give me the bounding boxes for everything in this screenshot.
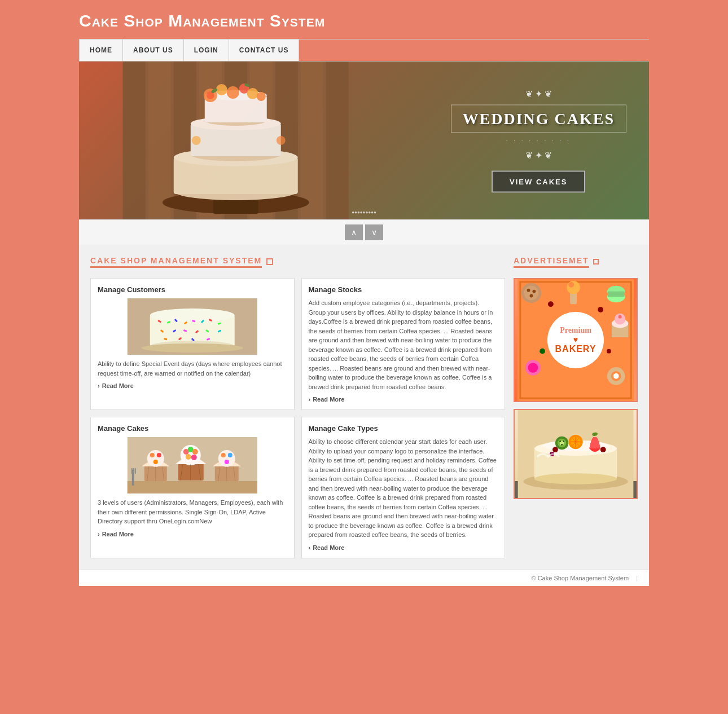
- navigation: HOME ABOUT US LOGIN CONTACT US: [0, 39, 728, 61]
- svg-rect-96: [608, 292, 624, 297]
- hero-text-area: ❦ ✦ ❦ WEDDING CAKES · · · · · · · · · ❦ …: [451, 89, 626, 193]
- card-manage-stocks: Manage Stocks Add custom employee catego…: [301, 278, 506, 410]
- svg-point-107: [567, 281, 580, 294]
- svg-point-100: [619, 315, 622, 319]
- svg-point-54: [142, 343, 243, 352]
- svg-point-124: [561, 444, 563, 446]
- title-decoration: [266, 258, 273, 265]
- view-cakes-button[interactable]: VIEW CAKES: [492, 171, 585, 193]
- svg-point-76: [221, 453, 226, 457]
- card-desc-cakes: 3 levels of users (Administrators, Manag…: [98, 498, 287, 526]
- advertisement-title: ADVERTISEMET: [514, 256, 589, 268]
- read-more-stocks[interactable]: › Read More: [309, 396, 498, 403]
- svg-point-69: [186, 454, 191, 460]
- svg-rect-8: [301, 61, 323, 219]
- card-desc-types: Ability to choose different calendar yea…: [309, 437, 498, 540]
- svg-point-93: [530, 294, 533, 298]
- premium-bakery-bg: Premium ♥ BAKERY: [515, 279, 637, 401]
- card-image-customers: [98, 298, 287, 355]
- svg-point-70: [191, 455, 197, 460]
- svg-point-57: [147, 450, 164, 467]
- nav-inner: HOME ABOUT US LOGIN CONTACT US: [79, 39, 649, 61]
- svg-point-30: [192, 136, 201, 145]
- svg-point-68: [192, 449, 198, 455]
- svg-rect-2: [148, 61, 171, 219]
- svg-rect-84: [131, 468, 133, 474]
- svg-point-99: [615, 314, 626, 325]
- carousel-controls: ∧ ∨: [79, 219, 649, 245]
- svg-point-24: [227, 86, 239, 99]
- svg-point-78: [225, 460, 229, 464]
- read-more-types[interactable]: › Read More: [309, 544, 498, 551]
- svg-point-133: [600, 447, 606, 452]
- svg-point-75: [218, 450, 235, 467]
- heart-icon: ♥: [573, 335, 578, 344]
- ad-title-decoration: [593, 259, 599, 265]
- svg-point-132: [552, 447, 558, 452]
- right-column: ADVERTISEMET: [514, 256, 638, 558]
- hero-cake-svg: [79, 61, 393, 219]
- hero-banner: ❦ ✦ ❦ WEDDING CAKES · · · · · · · · · ❦ …: [79, 61, 649, 219]
- svg-point-90: [524, 286, 539, 301]
- header: Cake Shop Management System: [0, 0, 728, 39]
- svg-point-59: [157, 453, 161, 457]
- svg-point-58: [150, 453, 155, 457]
- footer: © Cake Shop Management System |: [79, 570, 649, 586]
- read-more-customers[interactable]: › Read More: [98, 382, 287, 389]
- card-title-stocks: Manage Stocks: [309, 285, 498, 294]
- card-title-customers: Manage Customers: [98, 285, 287, 294]
- read-more-cakes[interactable]: › Read More: [98, 531, 287, 537]
- svg-point-122: [559, 440, 561, 442]
- svg-point-34: [150, 308, 235, 322]
- svg-point-109: [548, 301, 554, 307]
- carousel-next-button[interactable]: ∨: [365, 224, 383, 240]
- svg-point-112: [607, 349, 611, 354]
- chevron-right-icon-types: ›: [309, 544, 311, 551]
- copyright-text: © Cake Shop Management System: [531, 575, 629, 581]
- left-column: CAKE SHOP MANAGEMENT SYSTEM Manage Custo…: [90, 256, 505, 558]
- svg-point-26: [247, 88, 258, 99]
- svg-rect-82: [128, 481, 257, 493]
- svg-rect-9: [326, 61, 349, 219]
- premium-bakery-circle: Premium ♥ BAKERY: [547, 312, 604, 368]
- chevron-right-icon: ›: [98, 382, 100, 389]
- svg-point-60: [154, 460, 158, 464]
- svg-rect-85: [133, 468, 134, 474]
- nav-contact[interactable]: CONTACT US: [229, 39, 300, 61]
- svg-point-111: [540, 349, 545, 354]
- main-section-title: CAKE SHOP MANAGEMENT SYSTEM: [90, 256, 262, 268]
- svg-rect-1: [123, 61, 146, 219]
- card-title-types: Manage Cake Types: [309, 424, 498, 433]
- svg-point-27: [257, 92, 266, 101]
- svg-point-117: [534, 473, 617, 484]
- svg-point-92: [532, 290, 536, 293]
- svg-point-108: [568, 282, 574, 288]
- cards-grid: Manage Customers: [90, 278, 505, 558]
- carousel-dots: ●●●●●●●●●: [352, 210, 376, 215]
- card-image-cakes: [98, 437, 287, 493]
- card-manage-cakes: Manage Cakes: [90, 417, 295, 558]
- svg-rect-86: [135, 468, 136, 474]
- svg-point-23: [216, 84, 227, 95]
- svg-point-31: [277, 136, 286, 145]
- svg-point-77: [228, 453, 233, 457]
- nav-about[interactable]: ABOUT US: [123, 39, 184, 61]
- premium-label: Premium: [560, 326, 591, 335]
- card-desc-customers: Ability to define Special Event days (da…: [98, 359, 287, 378]
- nav-home[interactable]: HOME: [79, 39, 123, 61]
- footer-divider: |: [636, 575, 638, 581]
- nav-login[interactable]: LOGIN: [184, 39, 229, 61]
- svg-point-105: [613, 373, 619, 379]
- content-section: CAKE SHOP MANAGEMENT SYSTEM Manage Custo…: [79, 245, 649, 570]
- card-title-cakes: Manage Cakes: [98, 424, 287, 433]
- svg-point-102: [528, 363, 538, 373]
- hero-title: WEDDING CAKES: [463, 110, 615, 127]
- card-desc-stocks: Add custom employee categories (i.e., de…: [309, 298, 498, 391]
- svg-point-91: [527, 289, 530, 292]
- main-wrapper: ❦ ✦ ❦ WEDDING CAKES · · · · · · · · · ❦ …: [79, 61, 649, 570]
- ad-premium-bakery: Premium ♥ BAKERY: [514, 278, 638, 402]
- carousel-prev-button[interactable]: ∧: [345, 224, 363, 240]
- svg-point-123: [563, 440, 564, 442]
- card-manage-customers: Manage Customers: [90, 278, 295, 410]
- ad-fruit-crunch: Fruit Crunch: [514, 409, 638, 499]
